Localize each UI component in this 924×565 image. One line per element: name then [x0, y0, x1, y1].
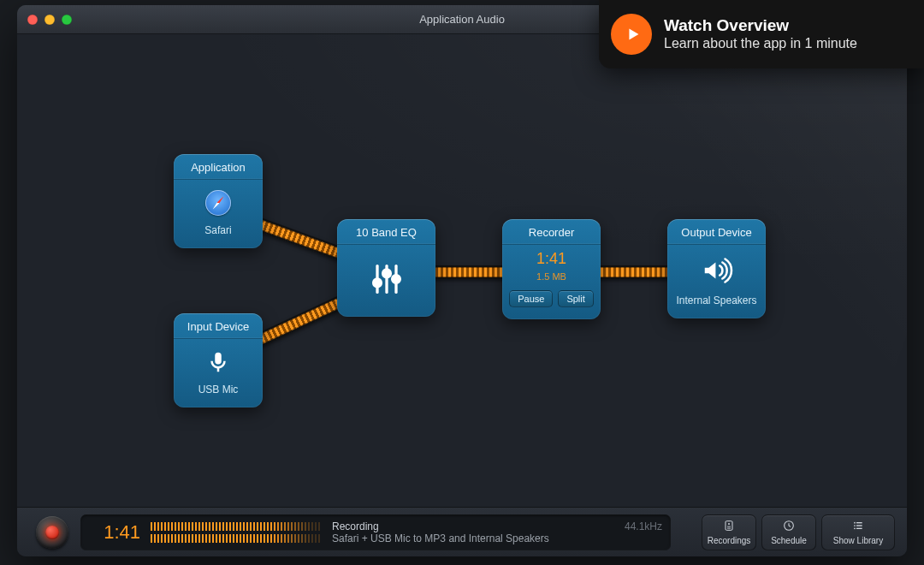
- recorder-size: 1.5 MB: [536, 271, 566, 282]
- minimize-icon[interactable]: [44, 15, 55, 25]
- microphone-icon: [204, 348, 233, 377]
- overview-title: Watch Overview: [664, 16, 857, 35]
- level-meter: [151, 520, 322, 544]
- schedule-label: Schedule: [771, 536, 807, 545]
- action-buttons: Recordings Schedule Show Library: [702, 514, 895, 550]
- svg-point-7: [728, 523, 730, 525]
- split-button[interactable]: Split: [558, 290, 593, 307]
- schedule-button[interactable]: Schedule: [761, 514, 816, 550]
- svg-point-5: [392, 276, 400, 283]
- svg-rect-14: [856, 525, 862, 526]
- node-application[interactable]: Application Safari: [174, 154, 263, 248]
- safari-icon: [204, 188, 233, 217]
- status-sample-rate: 44.1kHz: [625, 520, 662, 532]
- overview-subtitle: Learn about the app in 1 minute: [664, 35, 857, 52]
- show-library-button[interactable]: Show Library: [821, 514, 895, 550]
- node-output-device-label: Internal Speakers: [676, 294, 756, 306]
- status-state: Recording: [332, 520, 379, 532]
- status-time: 1:41: [92, 521, 140, 544]
- recordings-icon: [722, 519, 736, 534]
- node-eq-header: 10 Band EQ: [337, 219, 435, 245]
- traffic-lights: [27, 15, 72, 25]
- recorder-time: 1:41: [536, 250, 566, 268]
- svg-point-13: [854, 525, 856, 526]
- svg-point-3: [382, 270, 390, 277]
- svg-point-11: [854, 522, 856, 524]
- status-panel: 1:41 Recording 44.1kHz Safari + USB Mic …: [80, 514, 671, 550]
- svg-point-1: [373, 279, 381, 287]
- show-library-label: Show Library: [833, 536, 883, 545]
- svg-rect-6: [726, 521, 732, 531]
- node-recorder[interactable]: Recorder 1:41 1.5 MB Pause Split: [502, 219, 601, 319]
- node-output-device[interactable]: Output Device Internal Speakers: [667, 219, 766, 318]
- node-recorder-header: Recorder: [502, 219, 601, 245]
- node-input-device[interactable]: Input Device USB Mic: [174, 313, 263, 407]
- svg-point-15: [854, 527, 856, 529]
- svg-rect-16: [856, 528, 862, 529]
- zoom-icon[interactable]: [62, 15, 72, 25]
- clock-icon: [782, 519, 796, 534]
- node-application-label: Safari: [204, 224, 231, 236]
- pause-button[interactable]: Pause: [509, 290, 553, 307]
- bottom-bar: 1:41 Recording 44.1kHz Safari + USB Mic …: [17, 507, 907, 556]
- close-icon[interactable]: [27, 15, 38, 25]
- node-output-device-header: Output Device: [667, 219, 766, 245]
- record-indicator-icon: [45, 526, 59, 539]
- recordings-button[interactable]: Recordings: [702, 514, 756, 550]
- equalizer-icon: [368, 260, 406, 298]
- play-icon: [611, 14, 652, 55]
- app-window: Application Audio Application Safari Inp…: [17, 5, 907, 556]
- pipeline-canvas[interactable]: Application Safari Input Device USB Mic …: [17, 34, 907, 507]
- list-icon: [851, 519, 865, 534]
- speaker-icon: [700, 253, 734, 288]
- overview-tip[interactable]: Watch Overview Learn about the app in 1 …: [599, 0, 924, 68]
- node-input-device-header: Input Device: [174, 313, 263, 339]
- node-eq[interactable]: 10 Band EQ: [337, 219, 435, 317]
- node-application-header: Application: [174, 154, 263, 180]
- status-description: Safari + USB Mic to MP3 and Internal Spe…: [332, 532, 662, 544]
- svg-rect-8: [727, 526, 731, 527]
- record-button[interactable]: [36, 516, 68, 549]
- svg-rect-9: [727, 528, 731, 529]
- recordings-label: Recordings: [708, 536, 751, 545]
- svg-rect-12: [856, 522, 862, 523]
- node-input-device-label: USB Mic: [198, 384, 239, 396]
